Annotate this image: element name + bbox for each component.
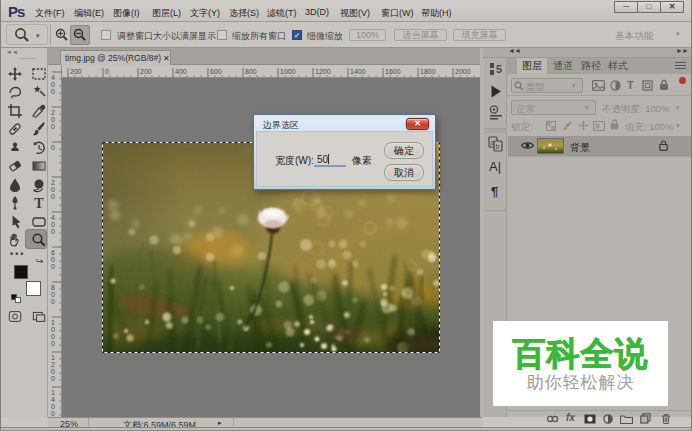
svg-text:0: 0 [51, 193, 55, 200]
svg-text:2: 2 [51, 179, 55, 186]
svg-text:0: 0 [51, 291, 55, 298]
svg-text:400: 400 [175, 68, 187, 75]
svg-text:1: 1 [51, 319, 55, 326]
svg-text:0: 0 [51, 340, 55, 347]
svg-text:2000: 2000 [455, 68, 471, 75]
svg-text:0: 0 [105, 68, 109, 75]
svg-text:4: 4 [51, 396, 55, 403]
svg-text:5: 5 [496, 63, 502, 75]
svg-text:0: 0 [51, 410, 55, 417]
svg-text:2: 2 [51, 109, 55, 116]
svg-text:0: 0 [51, 403, 55, 410]
svg-text:b: b [496, 143, 500, 150]
svg-text:0: 0 [51, 221, 55, 228]
svg-text:0: 0 [51, 123, 55, 130]
svg-text:1800: 1800 [420, 68, 436, 75]
svg-text:2: 2 [51, 361, 55, 368]
svg-text:0: 0 [51, 81, 55, 88]
svg-text:1000: 1000 [280, 68, 296, 75]
svg-text:200: 200 [140, 68, 152, 75]
svg-text:0: 0 [51, 186, 55, 193]
svg-text:6: 6 [51, 249, 55, 256]
svg-text:T: T [34, 196, 44, 211]
svg-text:1: 1 [51, 354, 55, 361]
svg-text:0: 0 [51, 375, 55, 382]
svg-text:0: 0 [51, 116, 55, 123]
svg-text:600: 600 [210, 68, 222, 75]
svg-text:0: 0 [51, 256, 55, 263]
svg-text:1400: 1400 [350, 68, 366, 75]
svg-text:0: 0 [51, 333, 55, 340]
svg-text:0: 0 [51, 326, 55, 333]
svg-text:200: 200 [70, 68, 82, 75]
svg-text:0: 0 [51, 263, 55, 270]
svg-text:1200: 1200 [315, 68, 331, 75]
svg-text:4: 4 [51, 74, 55, 81]
svg-text:4: 4 [51, 214, 55, 221]
svg-text:0: 0 [51, 368, 55, 375]
svg-text:0: 0 [51, 298, 55, 305]
svg-text:1: 1 [51, 389, 55, 396]
svg-text:8: 8 [51, 284, 55, 291]
svg-text:0: 0 [51, 88, 55, 95]
svg-text:800: 800 [245, 68, 257, 75]
svg-text:0: 0 [51, 144, 55, 151]
svg-text:1600: 1600 [385, 68, 401, 75]
svg-text:0: 0 [51, 228, 55, 235]
